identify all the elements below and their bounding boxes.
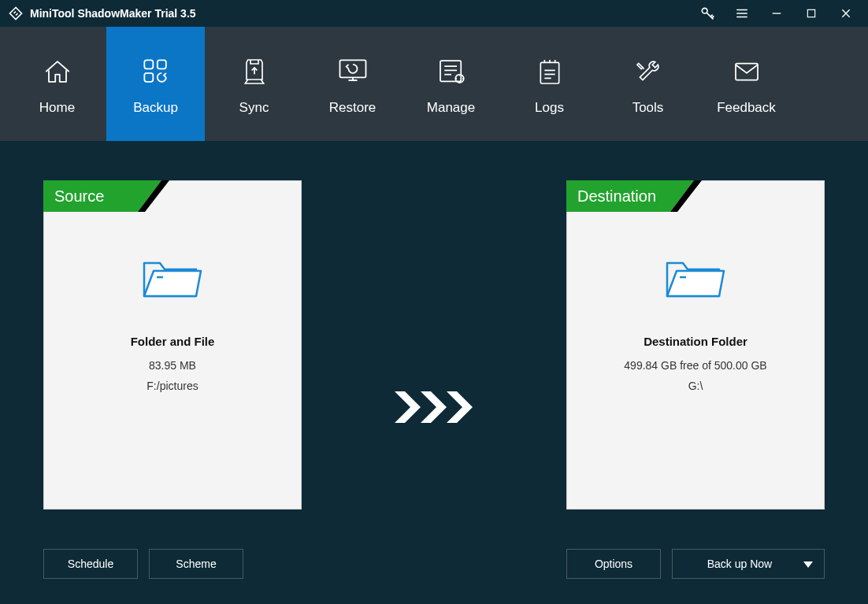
nav-manage[interactable]: Manage bbox=[402, 27, 500, 141]
nav-label: Backup bbox=[133, 100, 178, 116]
nav-label: Logs bbox=[535, 100, 564, 116]
schedule-label: Schedule bbox=[68, 558, 113, 570]
backup-icon bbox=[139, 53, 173, 91]
nav-restore[interactable]: Restore bbox=[303, 27, 402, 141]
source-size: 83.95 MB bbox=[149, 359, 196, 372]
tab-slant bbox=[138, 180, 169, 212]
nav-label: Feedback bbox=[717, 100, 776, 116]
svg-marker-18 bbox=[421, 391, 447, 423]
nav-logs[interactable]: Logs bbox=[500, 27, 599, 141]
destination-tab-label: Destination bbox=[577, 187, 656, 206]
action-bar: Schedule Scheme Options Back up Now bbox=[43, 549, 825, 579]
svg-rect-5 bbox=[339, 60, 365, 77]
scheme-label: Scheme bbox=[176, 558, 216, 570]
nav-sync[interactable]: Sync bbox=[205, 27, 303, 141]
feedback-icon bbox=[730, 53, 763, 91]
manage-icon bbox=[435, 53, 468, 91]
tab-slant bbox=[670, 180, 702, 212]
source-panel[interactable]: Source bbox=[43, 180, 302, 510]
backup-now-button[interactable]: Back up Now bbox=[672, 549, 825, 579]
backup-now-label: Back up Now bbox=[707, 558, 772, 570]
workspace: Source bbox=[0, 141, 868, 604]
close-button[interactable] bbox=[829, 0, 863, 27]
nav-backup[interactable]: Backup bbox=[106, 27, 205, 141]
logs-icon bbox=[534, 53, 566, 91]
source-path: F:/pictures bbox=[147, 380, 198, 392]
svg-marker-17 bbox=[395, 391, 421, 423]
svg-marker-22 bbox=[803, 561, 813, 568]
svg-rect-8 bbox=[540, 62, 558, 83]
destination-path: G:\ bbox=[688, 380, 703, 392]
nav-label: Sync bbox=[239, 100, 269, 116]
maximize-button[interactable] bbox=[794, 0, 829, 27]
svg-rect-1 bbox=[807, 9, 814, 17]
main-nav: Home Backup Sync bbox=[0, 27, 868, 141]
folder-open-icon bbox=[139, 252, 206, 305]
svg-rect-9 bbox=[736, 63, 758, 80]
nav-label: Tools bbox=[632, 100, 664, 116]
restore-icon bbox=[335, 53, 371, 91]
destination-free: 499.84 GB free of 500.00 GB bbox=[624, 359, 766, 372]
nav-tools[interactable]: Tools bbox=[599, 27, 697, 141]
nav-label: Home bbox=[39, 100, 75, 116]
nav-feedback[interactable]: Feedback bbox=[697, 27, 796, 141]
svg-rect-3 bbox=[157, 60, 165, 69]
tools-icon bbox=[632, 53, 665, 91]
options-button[interactable]: Options bbox=[566, 549, 661, 579]
destination-title: Destination Folder bbox=[644, 335, 747, 348]
scheme-button[interactable]: Scheme bbox=[149, 549, 243, 579]
options-label: Options bbox=[595, 558, 632, 570]
caret-down-icon bbox=[803, 558, 813, 570]
app-logo-icon bbox=[8, 6, 24, 24]
titlebar: MiniTool ShadowMaker Trial 3.5 bbox=[0, 0, 868, 27]
key-icon[interactable] bbox=[690, 0, 725, 27]
svg-rect-2 bbox=[144, 60, 153, 69]
nav-label: Manage bbox=[427, 100, 475, 116]
nav-home[interactable]: Home bbox=[8, 27, 106, 141]
app-title: MiniTool ShadowMaker Trial 3.5 bbox=[30, 7, 196, 20]
menu-icon[interactable] bbox=[725, 0, 759, 27]
source-title: Folder and File bbox=[131, 335, 215, 348]
minimize-button[interactable] bbox=[759, 0, 794, 27]
sync-icon bbox=[239, 53, 270, 91]
svg-rect-4 bbox=[144, 72, 153, 81]
svg-marker-19 bbox=[447, 391, 473, 423]
transfer-arrows-icon bbox=[391, 387, 477, 429]
schedule-button[interactable]: Schedule bbox=[43, 549, 138, 579]
home-icon bbox=[40, 53, 75, 91]
svg-point-0 bbox=[702, 8, 707, 13]
folder-open-icon bbox=[662, 252, 729, 305]
source-tab-label: Source bbox=[54, 187, 104, 206]
destination-tab: Destination bbox=[566, 180, 702, 212]
nav-label: Restore bbox=[329, 100, 377, 116]
source-tab: Source bbox=[43, 180, 169, 212]
destination-panel[interactable]: Destination Destination Folder 499.84 GB… bbox=[566, 180, 825, 510]
